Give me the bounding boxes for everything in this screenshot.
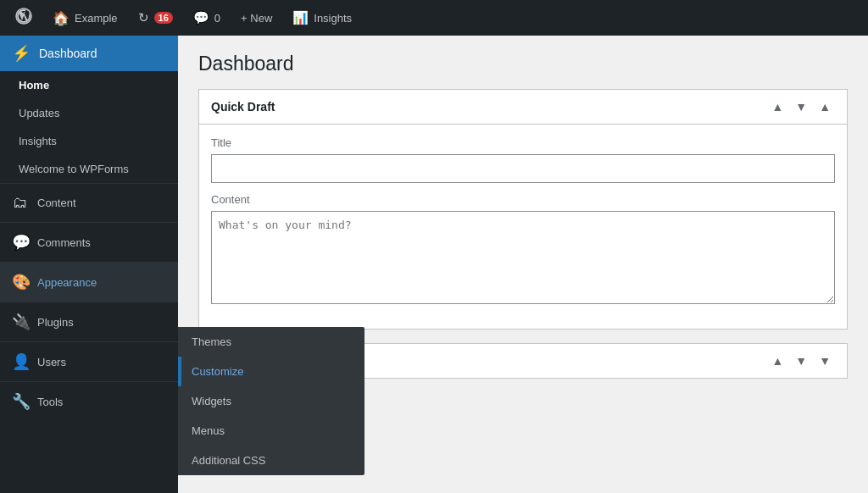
submenu-customize[interactable]: Customize [178,357,364,386]
content-label: Content [211,193,835,206]
second-widget-controls: ▲ ▼ ▼ [767,352,835,369]
sidebar-item-insights-label: Insights [19,135,57,147]
sidebar-content-header[interactable]: 🗂 Content [0,184,178,222]
tools-icon: 🔧 [12,392,29,411]
collapse-down-button[interactable]: ▼ [791,98,811,115]
layout: ⚡ Dashboard Home Updates Insights Welcom… [0,36,868,493]
title-label: Title [211,136,835,149]
collapse-up-button[interactable]: ▲ [767,98,787,115]
site-name-label: Example [75,12,118,25]
plugins-icon: 🔌 [12,313,29,331]
appearance-icon: 🎨 [12,273,29,291]
sidebar-plugins-label: Plugins [37,316,74,329]
sidebar-item-home-label: Home [19,79,49,91]
comments-icon: 💬 [193,10,209,25]
appearance-submenu: Themes Customize Widgets Menus Additiona… [178,327,364,475]
close-widget-button[interactable]: ▲ [815,98,835,115]
sidebar-tools-header[interactable]: 🔧 Tools [0,382,178,421]
sidebar-plugins-header[interactable]: 🔌 Plugins [0,302,178,341]
sidebar-content-label: Content [37,197,76,209]
page-title: Dashboard [198,53,848,75]
sidebar-item-wpforms-label: Welcome to WPForms [19,163,129,175]
content-icon: 🗂 [12,194,29,212]
comments-sidebar-icon: 💬 [12,233,29,252]
sidebar-dashboard-menu: Home Updates Insights Welcome to WPForms [0,71,178,183]
sidebar-tools-label: Tools [37,396,63,408]
submenu-themes[interactable]: Themes [178,327,364,357]
sidebar-group-appearance: 🎨 Appearance [0,262,178,302]
sidebar-appearance-header[interactable]: 🎨 Appearance [0,263,178,302]
sidebar-item-insights[interactable]: Insights [0,127,178,155]
sidebar-comments-label: Comments [37,236,91,249]
sidebar-dashboard-label: Dashboard [39,47,97,60]
insights-item[interactable]: 📊 Insights [284,0,360,36]
sidebar-appearance-label: Appearance [37,276,97,289]
sidebar-group-plugins: 🔌 Plugins [0,302,178,341]
second-collapse-down-button[interactable]: ▼ [791,352,811,369]
quick-draft-header: Quick Draft ▲ ▼ ▲ [199,90,847,125]
sidebar-group-tools: 🔧 Tools [0,381,178,421]
title-field: Title [211,136,835,183]
new-label: + New [241,12,272,25]
submenu-themes-label: Themes [192,335,231,348]
submenu-menus[interactable]: Menus [178,416,364,446]
submenu-menus-label: Menus [192,424,225,437]
wp-logo-icon [15,8,32,29]
users-icon: 👤 [12,352,29,371]
home-icon: 🏠 [53,10,70,26]
insights-label: Insights [314,12,352,25]
sidebar-item-wpforms[interactable]: Welcome to WPForms [0,155,178,183]
title-input[interactable] [211,154,835,183]
dashboard-icon: ⚡ [12,44,31,63]
sidebar-users-label: Users [37,356,66,368]
widget-controls: ▲ ▼ ▲ [767,98,835,115]
submenu-widgets[interactable]: Widgets [178,386,364,416]
sidebar-group-users: 👤 Users [0,341,178,381]
sidebar-group-comments: 💬 Comments [0,222,178,262]
site-name-item[interactable]: 🏠 Example [44,0,126,36]
quick-draft-body: Title Content [199,125,847,329]
wp-logo-item[interactable] [7,0,41,36]
new-content-item[interactable]: + New [232,0,281,36]
submenu-customize-label: Customize [192,365,243,378]
sidebar-item-home[interactable]: Home [0,71,178,99]
updates-item[interactable]: ↻ 16 [130,0,181,36]
insights-bar-icon: 📊 [292,10,309,25]
sidebar-item-updates-label: Updates [19,107,59,119]
comments-item[interactable]: 💬 0 [185,0,229,36]
submenu-widgets-label: Widgets [192,395,231,407]
comments-count: 0 [214,12,220,25]
admin-bar: 🏠 Example ↻ 16 💬 0 + New 📊 Insights [0,0,868,36]
updates-badge: 16 [154,12,173,24]
sidebar: ⚡ Dashboard Home Updates Insights Welcom… [0,36,178,493]
second-collapse-up-button[interactable]: ▲ [767,352,787,369]
submenu-additional-css-label: Additional CSS [192,454,265,467]
content-textarea[interactable] [211,211,835,304]
sidebar-users-header[interactable]: 👤 Users [0,342,178,381]
sidebar-item-updates[interactable]: Updates [0,99,178,127]
updates-icon: ↻ [138,10,149,25]
submenu-additional-css[interactable]: Additional CSS [178,446,364,475]
second-close-widget-button[interactable]: ▼ [815,352,835,369]
sidebar-dashboard-header[interactable]: ⚡ Dashboard [0,36,178,71]
content-field: Content [211,193,835,307]
quick-draft-title: Quick Draft [211,100,275,114]
sidebar-comments-header[interactable]: 💬 Comments [0,223,178,262]
sidebar-group-content: 🗂 Content [0,183,178,222]
quick-draft-widget: Quick Draft ▲ ▼ ▲ Title Content [198,89,848,330]
